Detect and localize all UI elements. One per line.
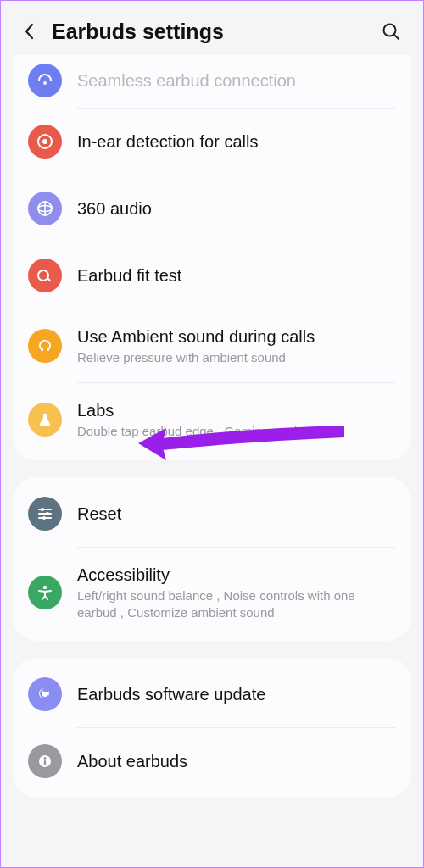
settings-section: Seamless earbud connection In-ear detect…	[13, 55, 411, 460]
svg-point-16	[42, 516, 46, 520]
settings-row-labs[interactable]: Labs Double tap earbud edge , Gaming mod…	[13, 383, 411, 456]
row-text: Labs Double tap earbud edge , Gaming mod…	[77, 399, 396, 440]
row-text: Use Ambient sound during calls Relieve p…	[77, 326, 396, 366]
settings-row-software-update[interactable]: Earbuds software update	[13, 661, 411, 727]
globe-icon	[28, 192, 62, 225]
svg-point-15	[46, 512, 49, 515]
settings-row-fit-test[interactable]: Earbud fit test	[13, 242, 411, 309]
info-icon	[28, 744, 62, 778]
svg-point-21	[44, 757, 47, 760]
row-title: Reset	[77, 503, 396, 525]
settings-row-seamless-connection[interactable]: Seamless earbud connection	[13, 58, 411, 108]
svg-point-4	[42, 139, 47, 144]
row-title: Earbuds software update	[77, 683, 396, 705]
row-text: Earbuds software update	[77, 683, 396, 705]
row-subtitle: Left/right sound balance , Noise control…	[77, 587, 396, 622]
svg-point-2	[43, 81, 47, 85]
update-icon	[28, 677, 62, 711]
sliders-icon	[28, 497, 62, 531]
settings-row-reset[interactable]: Reset	[13, 481, 411, 547]
svg-rect-9	[41, 348, 43, 351]
row-text: 360 audio	[77, 198, 396, 220]
row-text: Accessibility Left/right sound balance ,…	[77, 564, 396, 622]
settings-row-360-audio[interactable]: 360 audio	[13, 175, 411, 242]
page-title: Earbuds settings	[52, 19, 376, 44]
settings-row-about[interactable]: About earbuds	[13, 728, 411, 794]
svg-rect-10	[47, 348, 49, 351]
back-button[interactable]	[14, 16, 45, 47]
row-title: In-ear detection for calls	[77, 131, 396, 153]
accessibility-icon	[28, 576, 62, 609]
row-text: In-ear detection for calls	[77, 131, 396, 153]
settings-section: Reset Accessibility Left/right sound bal…	[13, 477, 411, 642]
svg-point-8	[38, 270, 48, 281]
settings-row-in-ear-detection[interactable]: In-ear detection for calls	[13, 108, 411, 175]
header: Earbuds settings	[1, 1, 423, 62]
flask-icon	[28, 403, 62, 437]
row-title: Earbud fit test	[77, 264, 396, 287]
row-subtitle: Relieve pressure with ambient sound	[77, 349, 396, 366]
row-title: About earbuds	[77, 750, 396, 772]
settings-row-ambient-sound-calls[interactable]: Use Ambient sound during calls Relieve p…	[13, 309, 411, 382]
settings-scroll[interactable]: Seamless earbud connection In-ear detect…	[1, 55, 423, 826]
svg-point-17	[43, 586, 47, 589]
settings-row-accessibility[interactable]: Accessibility Left/right sound balance ,…	[13, 548, 411, 638]
svg-point-14	[41, 508, 44, 511]
row-title: Labs	[77, 399, 396, 421]
svg-rect-22	[44, 760, 46, 765]
settings-section: Earbuds software update About earbuds	[13, 658, 411, 798]
connection-icon	[28, 64, 62, 97]
row-text: Earbud fit test	[77, 264, 396, 287]
row-text: Seamless earbud connection	[77, 70, 396, 92]
search-icon	[382, 22, 400, 41]
earbud-icon	[28, 259, 62, 292]
ear-detection-icon	[28, 125, 62, 159]
row-title: Accessibility	[77, 564, 396, 586]
row-subtitle: Double tap earbud edge , Gaming mode	[77, 423, 396, 440]
row-title: 360 audio	[77, 198, 396, 220]
row-text: About earbuds	[77, 750, 396, 772]
row-text: Reset	[77, 503, 396, 525]
chevron-left-icon	[23, 21, 36, 42]
svg-line-1	[394, 35, 399, 39]
ambient-sound-icon	[28, 329, 62, 363]
row-title: Seamless earbud connection	[77, 70, 396, 92]
search-button[interactable]	[376, 16, 406, 47]
row-title: Use Ambient sound during calls	[77, 326, 396, 348]
